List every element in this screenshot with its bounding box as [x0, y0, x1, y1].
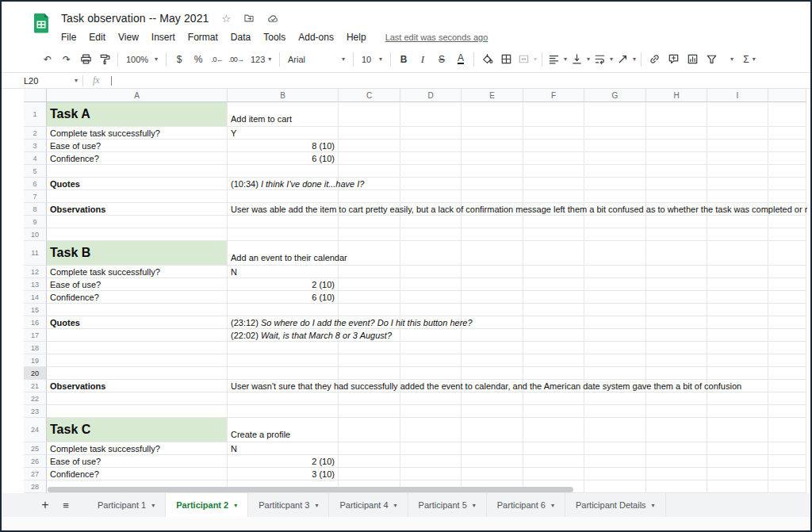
row-header-28[interactable]: 28: [24, 480, 47, 493]
format-currency-button[interactable]: $: [170, 50, 189, 69]
cell-E17[interactable]: [462, 329, 523, 342]
cell-A22[interactable]: [47, 392, 228, 405]
cell-D5[interactable]: [400, 165, 462, 178]
cell-I13[interactable]: [707, 278, 768, 291]
cell-B18[interactable]: [228, 342, 339, 354]
cell-J23[interactable]: [768, 405, 806, 418]
cell-A1[interactable]: Task A: [47, 102, 228, 127]
row-header-14[interactable]: 14: [24, 291, 47, 304]
cell-E12[interactable]: [462, 266, 523, 278]
cell-C12[interactable]: [339, 266, 400, 278]
row-header-11[interactable]: 11: [24, 241, 47, 266]
cell-F15[interactable]: [523, 304, 584, 316]
cell-H23[interactable]: [646, 405, 707, 418]
cell-J20[interactable]: [768, 367, 806, 380]
cell-A6[interactable]: Quotes: [47, 178, 228, 190]
cell-I14[interactable]: [707, 291, 768, 304]
font-family-select-button[interactable]: Arial▾: [283, 50, 350, 69]
cell-H17[interactable]: [646, 329, 707, 342]
cell-I24[interactable]: [707, 418, 768, 442]
row-header-15[interactable]: 15: [24, 304, 47, 316]
cell-E3[interactable]: [462, 140, 523, 152]
cell-I15[interactable]: [707, 304, 768, 316]
cell-C9[interactable]: [339, 216, 400, 228]
tab-participant-details[interactable]: Participant Details▾: [565, 493, 666, 517]
cell-B22[interactable]: [228, 392, 339, 405]
cell-H22[interactable]: [646, 392, 707, 405]
column-header-G[interactable]: G: [584, 89, 646, 102]
cell-H11[interactable]: [646, 241, 707, 266]
cell-E14[interactable]: [462, 291, 523, 304]
cell-D6[interactable]: [400, 178, 462, 190]
italic-button[interactable]: I: [413, 50, 432, 69]
cell-B7[interactable]: [228, 190, 339, 203]
cell-G5[interactable]: [584, 165, 646, 178]
cell-I2[interactable]: [707, 127, 768, 140]
cell-I25[interactable]: [707, 442, 768, 455]
insert-comment-button[interactable]: [664, 50, 683, 69]
cell-F5[interactable]: [523, 165, 584, 178]
cell-F17[interactable]: [523, 329, 584, 342]
cell-G25[interactable]: [584, 442, 646, 455]
cell-A3[interactable]: Ease of use?: [47, 140, 228, 152]
cell-A2[interactable]: Complete task successfully?: [47, 127, 228, 140]
row-header-21[interactable]: 21: [24, 380, 47, 392]
cell-I11[interactable]: [707, 241, 768, 266]
cell-H18[interactable]: [646, 342, 707, 354]
cell-J3[interactable]: [768, 140, 806, 152]
row-header-16[interactable]: 16: [24, 316, 47, 329]
cell-C27[interactable]: [339, 468, 400, 480]
functions-button[interactable]: Σ▾: [740, 50, 759, 69]
text-rotation-button[interactable]: ▾: [615, 50, 638, 69]
cell-I19[interactable]: [707, 354, 768, 367]
row-header-27[interactable]: 27: [24, 468, 47, 480]
cell-H19[interactable]: [646, 354, 707, 367]
cell-C24[interactable]: [339, 418, 400, 442]
tab-partiticpant-3[interactable]: Partiticpant 3▾: [248, 493, 329, 517]
cell-D23[interactable]: [400, 405, 462, 418]
cell-D7[interactable]: [400, 190, 462, 203]
cell-B19[interactable]: [228, 354, 339, 367]
cell-C15[interactable]: [339, 304, 400, 316]
cell-F9[interactable]: [523, 216, 584, 228]
cell-A18[interactable]: [47, 342, 228, 354]
cell-C13[interactable]: [339, 278, 400, 291]
cell-G6[interactable]: [584, 178, 646, 190]
cell-E13[interactable]: [462, 278, 523, 291]
cell-J7[interactable]: [768, 190, 806, 203]
cell-A8[interactable]: Observations: [47, 203, 228, 216]
cell-C14[interactable]: [339, 291, 400, 304]
menu-view[interactable]: View: [112, 30, 145, 44]
cell-C7[interactable]: [339, 190, 400, 203]
cell-J10[interactable]: [768, 228, 806, 241]
cell-A23[interactable]: [47, 405, 228, 418]
cell-C26[interactable]: [339, 455, 400, 468]
name-box[interactable]: L20 ▾: [24, 76, 81, 86]
column-header-B[interactable]: B: [228, 89, 339, 102]
cell-D18[interactable]: [400, 342, 462, 354]
menu-addons[interactable]: Add-ons: [292, 30, 340, 44]
cell-H13[interactable]: [646, 278, 707, 291]
cell-A27[interactable]: Confidence?: [47, 468, 228, 480]
menu-help[interactable]: Help: [340, 30, 373, 44]
cell-J22[interactable]: [768, 392, 806, 405]
row-header-22[interactable]: 22: [24, 392, 47, 405]
cell-G19[interactable]: [584, 354, 646, 367]
cell-D9[interactable]: [400, 216, 462, 228]
cell-D11[interactable]: [400, 241, 462, 266]
strikethrough-button[interactable]: S: [432, 50, 451, 69]
cell-E7[interactable]: [462, 190, 523, 203]
cell-D26[interactable]: [400, 455, 462, 468]
cell-C4[interactable]: [339, 152, 400, 165]
cell-F1[interactable]: [523, 102, 584, 127]
row-header-19[interactable]: 19: [24, 354, 47, 367]
cell-I10[interactable]: [707, 228, 768, 241]
cell-G7[interactable]: [584, 190, 646, 203]
cell-C23[interactable]: [339, 405, 400, 418]
cell-H26[interactable]: [646, 455, 707, 468]
cell-A9[interactable]: [47, 216, 228, 228]
cell-H25[interactable]: [646, 442, 707, 455]
cell-H20[interactable]: [646, 367, 707, 380]
cell-F22[interactable]: [523, 392, 584, 405]
text-color-button[interactable]: A: [451, 50, 470, 69]
